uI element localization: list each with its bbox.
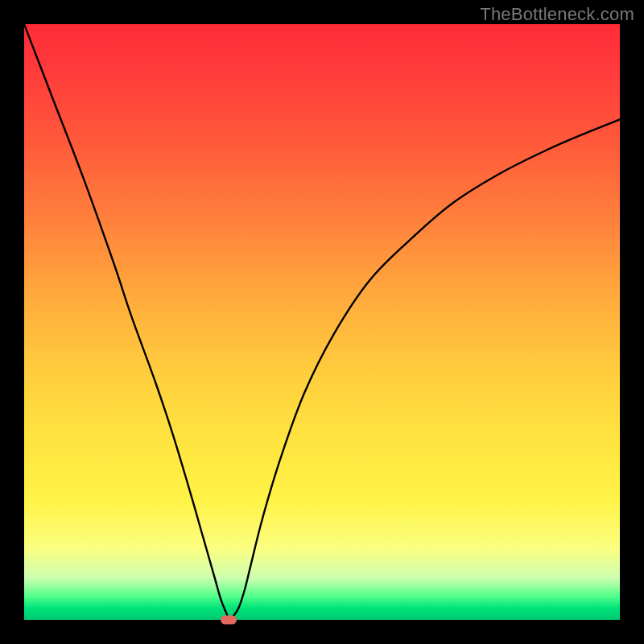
chart-plot-area	[24, 24, 620, 620]
watermark-text: TheBottleneck.com	[480, 4, 634, 25]
bottleneck-curve	[24, 24, 620, 620]
chart-frame: TheBottleneck.com	[0, 0, 644, 644]
optimal-point-marker	[221, 616, 237, 625]
